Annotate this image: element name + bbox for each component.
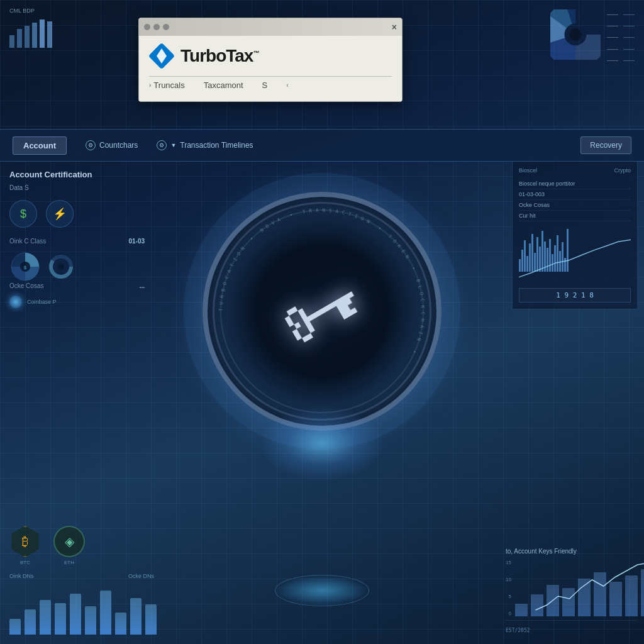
bar-10 [145, 604, 157, 635]
svg-point-11 [569, 28, 582, 41]
bottom-right-bar-chart [515, 560, 644, 616]
bar-col-4 [55, 603, 66, 635]
eth-label: ETH [64, 560, 74, 565]
glow-beam [259, 406, 385, 481]
nav-item-timelines[interactable]: ⚙ ▼ Transaction Timelines [157, 140, 253, 150]
account-button[interactable]: Account [13, 136, 67, 155]
bar-col-5 [70, 594, 81, 635]
bar-col-2 [25, 609, 36, 635]
svg-rect-4 [40, 19, 45, 48]
left-pie-chart: $ [9, 251, 41, 282]
donut-label: Coinbase P [27, 299, 57, 305]
right-panel-inner: Bioscel Crypto Bioscel neque porttitor 0… [512, 160, 638, 309]
activity-cert-icon: ⚡ [46, 200, 74, 228]
bottom-right-date-label: EST/2052 [506, 628, 530, 633]
navigation-bar: Account ⚙ Countchars ⚙ ▼ Transaction Tim… [0, 129, 644, 162]
stat1-label: Oink C Class [9, 238, 46, 245]
coin-container: TURBOCATION • NOVA • TRANSACTION • TOKEN… [203, 192, 441, 431]
y-label-1: 0 [508, 611, 511, 616]
right-list-item-2: 01-03-003 [519, 189, 631, 200]
bar-8 [115, 613, 126, 635]
bar-label-2: Ocke DNs [128, 573, 154, 579]
stat-row-1: Oink C Class 01-03 [9, 238, 145, 245]
svg-rect-0 [9, 35, 14, 48]
right-panel-header: Bioscel Crypto [519, 167, 631, 174]
left-mini-charts: $ [9, 251, 145, 282]
trend-line-chart [519, 236, 631, 280]
top-right-chart-area: ———— ———— ———— ———— ———— [550, 9, 635, 67]
bar-col-10 [145, 604, 157, 635]
svg-rect-3 [32, 23, 37, 48]
glow-orb [9, 296, 22, 308]
bar-4 [55, 603, 66, 635]
top-left-bar-chart [9, 16, 60, 48]
bar-9 [130, 598, 142, 635]
stat2-label: Ocke Cosas [9, 282, 43, 289]
bar-3 [40, 600, 51, 635]
window-titlebar: × [139, 18, 402, 36]
bottom-bar-chart [9, 584, 154, 635]
bitcoin-icon: ₿ [9, 526, 41, 557]
bottom-bar-labels-row: Oink DNs Ocke DNs [9, 573, 154, 579]
bottom-right-panel: to, Account Keys Friendly 15 10 5 0 [506, 548, 638, 635]
bottom-left-panel: ₿ BTC ◈ ETH Oink DNs Ocke DNs [9, 526, 154, 635]
bar-col-3 [40, 600, 51, 635]
window-dot-3[interactable] [163, 24, 169, 30]
pie-chart [550, 9, 601, 60]
svg-point-19 [58, 264, 64, 270]
window-close-button[interactable]: × [392, 22, 397, 32]
window-tab-3[interactable]: S [262, 80, 268, 90]
y-axis: 15 10 5 0 [506, 560, 511, 616]
recovery-button[interactable]: Recovery [580, 136, 631, 154]
window-tab-1[interactable]: › Truncals [149, 80, 185, 90]
right-panel: Bioscel Crypto Bioscel neque porttitor 0… [512, 160, 638, 309]
bar-col-7 [100, 591, 111, 635]
dollar-cert-icon: $ [9, 200, 37, 228]
ethereum-icon: ◈ [53, 526, 85, 557]
chevron-right-icon: ‹ [286, 82, 288, 89]
bar-col-8 [115, 613, 126, 635]
gear-icon: ⚙ [157, 140, 167, 150]
bar-label-1: Oink DNs [9, 573, 34, 579]
bottom-right-footer: EST/2052 [506, 620, 638, 635]
window-tab-2[interactable]: Taxcamont [204, 80, 243, 90]
bar-6 [85, 606, 96, 635]
window-dot-1[interactable] [144, 24, 150, 30]
top-left-label: CML BDP [9, 8, 60, 14]
top-left-info: CML BDP [9, 8, 60, 50]
btc-icon-col: ₿ BTC [9, 526, 41, 565]
svg-rect-2 [25, 26, 30, 48]
stat1-value: 01-03 [128, 238, 145, 245]
bottom-right-title: to, Account Keys Friendly [506, 548, 638, 555]
window-controls [144, 24, 169, 30]
y-label-4: 15 [506, 560, 511, 565]
coin-ring: TURBOCATION • NOVA • TRANSACTION • TOKEN… [203, 192, 441, 431]
window-dot-2[interactable] [153, 24, 160, 30]
bar-5 [70, 594, 81, 635]
y-label-3: 10 [506, 577, 511, 582]
left-panel: Account Certification Data S $ ⚡ Oink C … [9, 170, 145, 308]
bar-7 [100, 591, 111, 635]
window-tabs: › Truncals Taxcamont S ‹ [149, 76, 392, 94]
right-col2-header: Crypto [614, 167, 631, 174]
svg-rect-1 [17, 29, 22, 48]
nav-item-countchars[interactable]: ⚙ Countchars [86, 140, 138, 150]
bar-1 [9, 619, 21, 635]
left-panel-subtitle: Data S [9, 184, 145, 191]
chevron-left-icon: › [149, 82, 151, 89]
certification-icons-row: $ ⚡ [9, 200, 145, 228]
center-display: TURBOCATION • NOVA • TRANSACTION • TOKEN… [165, 154, 479, 469]
svg-text:$: $ [24, 265, 27, 270]
bar-col-1 [9, 619, 21, 635]
right-list-item-1: Bioscel neque porttitor [519, 179, 631, 189]
turbotax-logo-area: TurboTax™ [149, 43, 392, 69]
bottom-crypto-icons: ₿ BTC ◈ ETH [9, 526, 154, 565]
glow-orb-row: Coinbase P [9, 296, 145, 308]
br-trend-line [515, 560, 644, 616]
window-tab-arrow[interactable]: ‹ [286, 80, 288, 90]
chart-legend: ———— ———— ———— ———— ———— [607, 9, 635, 67]
turbotax-logo-icon [149, 43, 174, 69]
stat2-value: ... [140, 282, 145, 289]
right-list-item-3: Ocke Cosas [519, 200, 631, 211]
y-label-2: 5 [508, 594, 511, 599]
